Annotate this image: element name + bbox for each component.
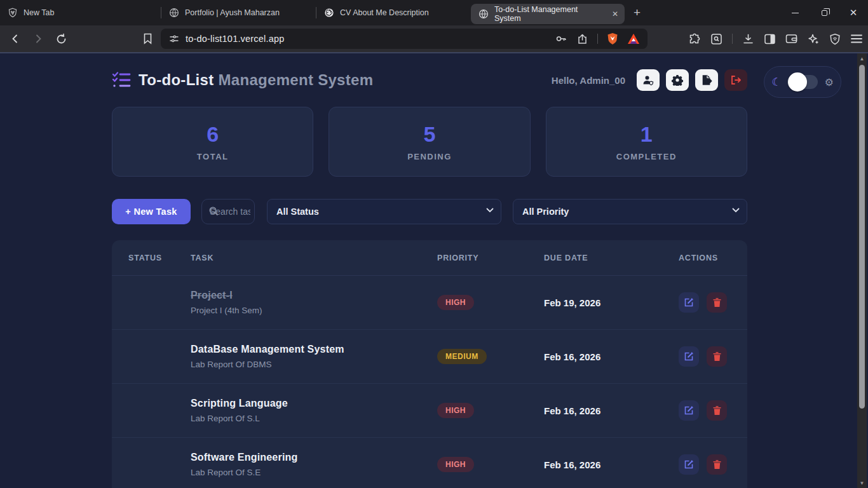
page-top-edge <box>0 52 868 53</box>
window-close-button[interactable]: ✕ <box>839 0 868 25</box>
tab-new-tab[interactable]: New Tab <box>0 0 161 25</box>
site-settings-icon[interactable] <box>169 34 179 44</box>
todo-app-page: To-do-List Management System Hello, Admi… <box>0 52 868 488</box>
edit-task-button[interactable] <box>679 454 699 475</box>
tab-title: Portfolio | Ayush Maharzan <box>185 8 280 17</box>
table-row: Software Engineering Lab Report Of S.E H… <box>112 438 747 488</box>
completed-label: COMPLETED <box>616 152 677 161</box>
due-date: Feb 16, 2026 <box>544 351 679 362</box>
export-file-button[interactable] <box>695 69 718 91</box>
edit-task-button[interactable] <box>679 346 699 367</box>
browser-toolbar: to-do-list101.vercel.app <box>0 25 868 52</box>
pending-count: 5 <box>424 122 436 147</box>
admin-profile-button[interactable] <box>637 69 660 91</box>
tab-todo-list-active[interactable]: To-do-List Management System ✕ <box>471 4 625 24</box>
task-subtitle: Lab Report Of DBMS <box>191 360 437 369</box>
task-subtitle: Lab Report Of S.E <box>191 468 437 477</box>
moon-icon: ☾ <box>771 76 781 89</box>
pending-label: PENDING <box>407 152 452 161</box>
bookmark-icon[interactable] <box>139 30 156 48</box>
tab-close-icon[interactable]: ✕ <box>612 10 618 18</box>
task-title: Scripting Language <box>191 398 437 409</box>
task-table: STATUS TASK PRIORITY DUE DATE ACTIONS Pr… <box>112 240 747 488</box>
menu-hamburger-icon[interactable] <box>850 34 863 44</box>
task-title: Software Engineering <box>191 452 437 463</box>
priority-badge: HIGH <box>437 403 474 418</box>
table-header-row: STATUS TASK PRIORITY DUE DATE ACTIONS <box>112 240 747 276</box>
window-controls: ✕ <box>780 0 868 25</box>
priority-filter-wrap: All Priority <box>513 199 747 224</box>
switch-knob[interactable] <box>788 72 807 92</box>
browser-tab-bar: New Tab Portfolio | Ayush Maharzan CV Ab… <box>0 0 868 25</box>
window-restore-button[interactable] <box>810 0 839 25</box>
total-count: 6 <box>207 122 219 147</box>
globe-icon <box>169 8 179 18</box>
sidebar-panel-icon[interactable] <box>764 33 776 45</box>
edit-task-button[interactable] <box>679 292 699 313</box>
task-title: Project-I <box>191 290 437 301</box>
password-key-icon[interactable] <box>555 32 567 45</box>
leo-ai-sparkles-icon[interactable] <box>808 33 820 45</box>
priority-badge: HIGH <box>437 457 474 472</box>
url-text[interactable]: to-do-list101.vercel.app <box>186 34 285 44</box>
address-bar[interactable]: to-do-list101.vercel.app <box>161 29 648 49</box>
priority-badge: MEDIUM <box>437 349 487 364</box>
table-row: Project-I Project I (4th Sem) HIGH Feb 1… <box>112 276 747 330</box>
page-scrollbar[interactable]: ▲ ▼ <box>857 53 867 488</box>
tab-title: CV About Me Description <box>340 8 429 17</box>
settings-gear-button[interactable] <box>666 69 689 91</box>
reload-button[interactable] <box>52 30 70 48</box>
search-tabs-icon[interactable] <box>710 33 722 45</box>
delete-task-button[interactable] <box>707 454 727 475</box>
share-icon[interactable] <box>576 33 588 45</box>
forward-button[interactable] <box>29 30 47 48</box>
table-row: Scripting Language Lab Report Of S.L HIG… <box>112 384 747 438</box>
task-subtitle: Lab Report Of S.L <box>191 414 437 423</box>
tab-title: New Tab <box>24 8 54 17</box>
stat-card-pending: 5 PENDING <box>329 107 530 177</box>
due-date: Feb 16, 2026 <box>544 405 679 416</box>
window-minimize-button[interactable] <box>780 0 810 25</box>
priority-filter-select[interactable]: All Priority <box>513 199 747 224</box>
greeting-text: Hello, Admin_00 <box>552 75 625 86</box>
theme-toggle-pill: ☾ ⚙ <box>764 66 841 98</box>
delete-task-button[interactable] <box>707 400 727 421</box>
logout-button[interactable] <box>724 69 747 91</box>
scroll-up-arrow[interactable]: ▲ <box>860 53 865 64</box>
tab-title: To-do-List Management System <box>494 5 600 23</box>
priority-badge: HIGH <box>437 295 474 310</box>
sun-icon: ⚙ <box>824 76 833 88</box>
tab-cv-description[interactable]: CV About Me Description <box>316 0 471 25</box>
new-task-button[interactable]: + New Task <box>112 199 191 224</box>
total-label: TOTAL <box>197 152 229 161</box>
table-row: DataBase Management System Lab Report Of… <box>112 330 747 384</box>
wallet-icon[interactable] <box>785 33 798 44</box>
scrollbar-thumb[interactable] <box>859 65 865 409</box>
extensions-puzzle-icon[interactable] <box>689 33 701 45</box>
new-tab-button[interactable]: + <box>634 6 641 20</box>
brave-rewards-bat-icon[interactable] <box>627 33 640 44</box>
delete-task-button[interactable] <box>707 292 727 313</box>
task-controls: + New Task All Status All Priority <box>112 199 747 224</box>
brave-shields-icon[interactable] <box>607 32 618 45</box>
theme-switch[interactable] <box>787 75 818 89</box>
col-due-date: DUE DATE <box>544 254 679 262</box>
search-icon <box>208 206 219 217</box>
back-button[interactable] <box>6 30 24 48</box>
stat-card-total: 6 TOTAL <box>112 107 313 177</box>
col-actions: ACTIONS <box>679 254 747 262</box>
tab-portfolio[interactable]: Portfolio | Ayush Maharzan <box>161 0 316 25</box>
delete-task-button[interactable] <box>707 346 727 367</box>
edit-task-button[interactable] <box>679 400 699 421</box>
col-task: TASK <box>191 254 437 262</box>
search-box <box>201 199 255 224</box>
task-subtitle: Project I (4th Sem) <box>191 306 437 315</box>
scroll-down-arrow[interactable]: ▼ <box>860 478 865 488</box>
status-filter-select[interactable]: All Status <box>267 199 501 224</box>
due-date: Feb 16, 2026 <box>544 459 679 470</box>
stat-cards: 6 TOTAL 5 PENDING 1 COMPLETED <box>112 107 747 177</box>
due-date: Feb 19, 2026 <box>544 297 679 308</box>
downloads-icon[interactable] <box>742 33 754 45</box>
globe-icon <box>478 9 489 19</box>
vpn-shield-icon[interactable] <box>829 33 841 45</box>
